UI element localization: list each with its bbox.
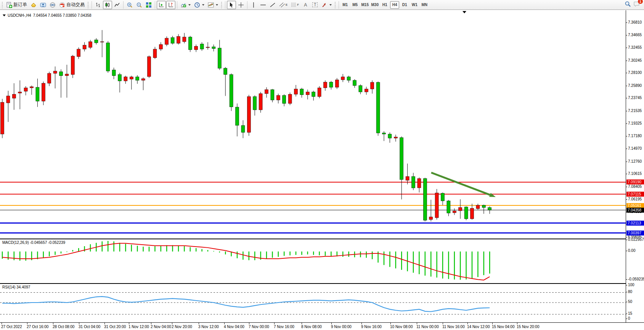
zoom-in-button[interactable]: [125, 1, 134, 9]
time-tick-label: 15 Nov 04:00: [492, 325, 515, 329]
macd-indicator[interactable]: [0, 239, 626, 282]
auto-scroll-button[interactable]: [157, 1, 166, 9]
signals-button[interactable]: [48, 1, 57, 9]
toolbar: 新订单 自动交易: [0, 0, 644, 10]
search-icon[interactable]: [625, 1, 631, 9]
rsi-tick-label: 80: [628, 290, 632, 294]
main-chart-pane[interactable]: USDCNH-,H4 7.04554 7.04655 7.03850 7.043…: [0, 10, 626, 238]
templates-icon: [208, 2, 214, 8]
periods-clock-icon: [194, 2, 200, 8]
chat-button[interactable]: 1: [633, 1, 640, 9]
arrows-icon: [321, 2, 328, 8]
time-tick-label: 11 Nov 00:00: [416, 325, 439, 329]
timeframe-W1[interactable]: W1: [410, 1, 419, 9]
fibonacci-button[interactable]: F: [289, 1, 300, 9]
toolbar-drag-handle[interactable]: [87, 2, 89, 8]
toolbar-drag-handle[interactable]: [2, 2, 3, 8]
price-tick-label: 7.06195: [628, 197, 642, 201]
arrows-dropdown-caret: [329, 4, 332, 6]
toolbar-separator: [92, 1, 92, 9]
timeframe-M5[interactable]: M5: [350, 1, 360, 9]
chart-title: USDCNH-,H4 7.04554 7.04655 7.03850 7.043…: [3, 13, 92, 18]
new-order-label: 新订单: [13, 2, 27, 8]
text-label-button[interactable]: T: [310, 1, 320, 9]
toolbar-separator: [123, 1, 124, 9]
price-tick-label: 7.36810: [628, 20, 642, 24]
chart-shift-button[interactable]: [166, 1, 175, 9]
time-tick-label: 2 Nov 04:00: [151, 325, 171, 329]
text-button[interactable]: A: [301, 1, 310, 9]
vertical-line-button[interactable]: [249, 1, 258, 9]
timeframe-M15[interactable]: M15: [360, 1, 369, 9]
time-tick-label: 15 Nov 20:00: [517, 325, 540, 329]
text-label-icon: T: [312, 2, 318, 7]
vertical-line-icon: [251, 2, 256, 8]
toolbar-drag-handle[interactable]: [334, 2, 336, 8]
macd-pane[interactable]: MACD(12,26,9) -0.045657 -0.052239: [0, 239, 626, 282]
new-order-button[interactable]: 新订单: [5, 1, 29, 9]
price-tick-label: 7.23745: [628, 96, 642, 100]
line-chart-button[interactable]: [112, 1, 122, 9]
timeframe-M1[interactable]: M1: [340, 1, 350, 9]
timeframe-H1[interactable]: H1: [380, 1, 389, 9]
rsi-indicator[interactable]: [0, 284, 626, 322]
crosshair-icon: [238, 2, 244, 8]
zoom-out-button[interactable]: [135, 1, 144, 9]
time-tick-label: 7 Nov 00:00: [249, 325, 269, 329]
bar-chart-button[interactable]: [93, 1, 103, 9]
mql5-community-button[interactable]: [39, 1, 48, 9]
horizontal-line-button[interactable]: [259, 1, 268, 9]
autotrading-button[interactable]: 自动交易: [58, 1, 86, 9]
time-tick-label: 27 Oct 2022: [1, 325, 22, 329]
tile-windows-button[interactable]: [144, 1, 153, 9]
macd-tick-label: -0.059235: [628, 277, 644, 281]
candlestick-chart-button[interactable]: [103, 1, 112, 9]
toolbar-separator: [177, 1, 177, 9]
equidistant-channel-button[interactable]: E: [278, 1, 289, 9]
chart-shift-marker[interactable]: [463, 11, 466, 13]
rsi-tick-label: 50: [628, 300, 632, 304]
level-price-label: 7.07115: [626, 192, 644, 197]
cursor-icon: [228, 2, 234, 8]
price-axis[interactable]: 7.368107.346657.324557.302457.281007.258…: [626, 10, 644, 323]
level-price-label: 7.00397: [626, 231, 644, 235]
price-tick-label: 7.12760: [628, 159, 642, 163]
timeframe-D1[interactable]: D1: [400, 1, 409, 9]
mql5-community-icon: [40, 2, 46, 8]
chart-symbol-period: USDCNH-,H4: [8, 13, 31, 18]
autotrading-icon: [59, 2, 65, 8]
one-click-trading-caret[interactable]: [3, 14, 6, 16]
trendline-button[interactable]: [268, 1, 277, 9]
toolbar-drag-handle[interactable]: [221, 2, 223, 8]
time-tick-label: 31 Oct 04:00: [79, 325, 100, 329]
time-tick-label: 3 Nov 12:00: [198, 325, 219, 329]
toolbar-separator: [247, 1, 247, 9]
macd-tick-label: 0.00: [628, 248, 635, 253]
timeframe-MN[interactable]: MN: [420, 1, 429, 9]
price-tick-label: 7.28100: [628, 70, 642, 75]
timeframe-M30[interactable]: M30: [370, 1, 379, 9]
time-tick-label: 28 Oct 08:00: [53, 325, 74, 329]
text-tool-icon: A: [304, 2, 307, 8]
price-tick-label: 7.17180: [628, 134, 642, 138]
price-tick-label: 7.25890: [628, 83, 642, 88]
price-tick-label: 7.14970: [628, 146, 642, 151]
candlestick-chart[interactable]: [0, 10, 626, 238]
timeframe-H4[interactable]: H4: [390, 1, 399, 9]
fibo-tag: F: [297, 3, 299, 6]
templates-button[interactable]: [206, 1, 220, 9]
indicators-dropdown-caret: [188, 4, 191, 6]
rsi-pane[interactable]: RSI(14) 34.4097: [0, 283, 626, 322]
cursor-button[interactable]: [227, 1, 236, 9]
mt4-terminal: 新订单 自动交易: [0, 0, 644, 330]
price-tick-label: 7.34665: [628, 33, 642, 37]
indicators-button[interactable]: [179, 1, 192, 9]
crosshair-button[interactable]: [236, 1, 246, 9]
metaeditor-button[interactable]: [29, 1, 38, 9]
rsi-tick-label: 100: [628, 283, 634, 287]
time-tick-label: 31 Oct 20:00: [104, 325, 126, 329]
arrows-button[interactable]: [320, 1, 333, 9]
horizontal-line-icon: [260, 2, 266, 8]
periods-button[interactable]: [193, 1, 206, 9]
time-axis[interactable]: 27 Oct 202227 Oct 16:0028 Oct 08:0031 Oc…: [0, 322, 644, 330]
